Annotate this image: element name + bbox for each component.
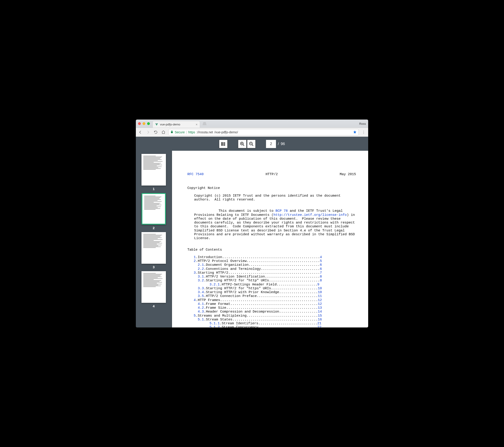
toc-section-number[interactable]: 5.1.1	[210, 322, 220, 325]
toc-dot: .	[204, 318, 206, 322]
toc-row: 4. HTTP Frames .........................…	[194, 298, 356, 302]
toc-section-number[interactable]: 2.2	[198, 267, 204, 271]
toc-dot: .	[204, 267, 206, 271]
browser-menu-button[interactable]: ⋮	[361, 130, 366, 134]
url-host: ://rossta.net	[197, 130, 213, 134]
toc-page-link[interactable]: 7	[320, 271, 322, 275]
toc-section-label: Starting HTTP/2 for "http" URIs	[206, 279, 269, 283]
toc-dot: .	[204, 302, 206, 306]
toc-section-number[interactable]: 3.2.1	[210, 283, 220, 286]
toc-section-number[interactable]: 4.1	[198, 302, 204, 306]
close-window-button[interactable]	[138, 122, 141, 125]
thumbnail-page-4[interactable]	[142, 271, 166, 303]
svg-rect-1	[221, 143, 223, 144]
url-field[interactable]: Secure | https ://rossta.net /vue-pdfjs-…	[168, 129, 359, 135]
toggle-sidebar-button[interactable]	[219, 140, 228, 148]
toc-page-link[interactable]: 11	[318, 294, 322, 298]
copyright-paragraph-2: This document is subject to BCP 78 and t…	[194, 205, 356, 244]
browser-window: vue-pdfjs-demo × Ross Secure | https ://…	[136, 120, 368, 327]
toc-page-link[interactable]: 12	[318, 298, 322, 302]
forward-button[interactable]	[145, 129, 151, 135]
toc-dot: .	[196, 271, 198, 275]
toc-page-link[interactable]: 13	[318, 306, 322, 310]
toc-section-number[interactable]: 3.3	[198, 286, 204, 290]
reload-button[interactable]	[153, 129, 159, 135]
maximize-window-button[interactable]	[147, 122, 150, 125]
profile-name[interactable]: Ross	[359, 122, 366, 125]
toc-section-number[interactable]: 2.1	[198, 263, 204, 267]
browser-tab[interactable]: vue-pdfjs-demo ×	[153, 121, 200, 128]
toc-section-number[interactable]: 4	[194, 298, 196, 302]
toc-section-label: Starting HTTP/2 for "https" URIs	[206, 286, 271, 290]
toc-section-number[interactable]: 2	[194, 259, 196, 263]
toc-dots: ...................................	[247, 314, 318, 318]
pdf-viewer-app: / 96 1234 RFC 7540 HTTP/2 May 2015 Copyr…	[136, 137, 368, 327]
toc-section-number[interactable]: 3.5	[198, 294, 204, 298]
toc-page-link[interactable]: 9	[317, 283, 319, 286]
toc-page-link[interactable]: 16	[318, 318, 322, 322]
license-info-link[interactable]: http://trustee.ietf.org/license-info	[273, 213, 347, 217]
toc-row: 3.3. Starting HTTP/2 for "https" URIs ..…	[194, 286, 356, 290]
toc-section-label: HTTP/2 Version Identification	[206, 275, 265, 279]
pdf-page: RFC 7540 HTTP/2 May 2015 Copyright Notic…	[172, 151, 368, 327]
toc-section-number[interactable]: 1	[194, 255, 196, 259]
toc-page-link[interactable]: 14	[318, 310, 322, 314]
toc-page-link[interactable]: 10	[318, 290, 322, 294]
toc-page-link[interactable]: 10	[318, 286, 322, 290]
toc-page-link[interactable]: 8	[320, 279, 322, 283]
toc-section-number[interactable]: 3.2	[198, 279, 204, 283]
minimize-window-button[interactable]	[143, 122, 145, 125]
new-tab-button[interactable]	[202, 121, 207, 126]
toc-dot: .	[220, 325, 222, 327]
address-bar: Secure | https ://rossta.net /vue-pdfjs-…	[136, 128, 368, 137]
toc-section-number[interactable]: 5.1.2	[210, 325, 220, 327]
thumbnail-sidebar[interactable]: 1234	[136, 151, 172, 327]
toc-dots: ...................	[279, 310, 318, 314]
close-tab-icon[interactable]: ×	[196, 123, 198, 126]
thumbnail-page-1[interactable]	[142, 154, 166, 186]
toc-page-link[interactable]: 21	[317, 322, 321, 325]
toc-section-number[interactable]: 4.2	[198, 306, 204, 310]
thumbnail-wrap: 2	[140, 193, 167, 230]
toc-section-label: Frame Format	[206, 302, 230, 306]
toc-page-link[interactable]: 15	[318, 314, 322, 318]
toc-section-number[interactable]: 4.3	[198, 310, 204, 314]
toc-dots: ..............................	[257, 294, 318, 298]
thumbnail-page-2[interactable]	[142, 193, 166, 225]
toc-page-link[interactable]: 6	[320, 267, 322, 271]
toc-section-number[interactable]: 3.4	[198, 290, 204, 294]
url-separator: |	[186, 130, 187, 134]
zoom-out-button[interactable]	[247, 140, 256, 148]
home-button[interactable]	[161, 129, 166, 135]
toc-section-number[interactable]: 3.1	[198, 275, 204, 279]
toc-page-link[interactable]: 5	[320, 259, 322, 263]
page-scroll-area[interactable]: RFC 7540 HTTP/2 May 2015 Copyright Notic…	[172, 151, 368, 327]
page-total: 96	[281, 142, 285, 146]
toc-page-link[interactable]: 12	[318, 302, 322, 306]
toc-section-label: HTTP/2 Connection Preface	[206, 294, 257, 298]
rfc-link[interactable]: RFC 7540	[187, 172, 204, 176]
toc-page-link[interactable]: 4	[320, 255, 322, 259]
toc-section-label: Introduction	[198, 255, 222, 259]
toc-dots: ........................................…	[222, 255, 320, 259]
zoom-in-button[interactable]	[238, 140, 247, 148]
toc-dots: .......................	[271, 286, 318, 290]
toc-row: 2.2. Conventions and Terminology .......…	[194, 267, 356, 271]
toc-page-link[interactable]: 8	[320, 275, 322, 279]
toc-section-label: Starting HTTP/2	[198, 271, 228, 275]
toc-dots: ...........................	[265, 275, 320, 279]
thumbnail-page-3[interactable]	[142, 232, 166, 264]
back-button[interactable]	[138, 129, 143, 135]
toc-dots: .............................	[261, 267, 320, 271]
bookmark-star-icon[interactable]	[353, 130, 357, 134]
toc-section-number[interactable]: 3	[194, 271, 196, 275]
toc-dot: .	[196, 314, 198, 318]
toc-section-number[interactable]: 5	[194, 314, 196, 318]
toc-heading: Table of Contents	[187, 248, 356, 252]
bcp-link[interactable]: BCP 78	[275, 209, 288, 213]
page-number-input[interactable]	[266, 140, 276, 148]
toc-page-link[interactable]: 6	[320, 263, 322, 267]
toc-page-link[interactable]: 22	[317, 325, 321, 327]
toc-section-label: Header Compression and Decompression	[206, 310, 279, 314]
toc-section-number[interactable]: 5.1	[198, 318, 204, 322]
